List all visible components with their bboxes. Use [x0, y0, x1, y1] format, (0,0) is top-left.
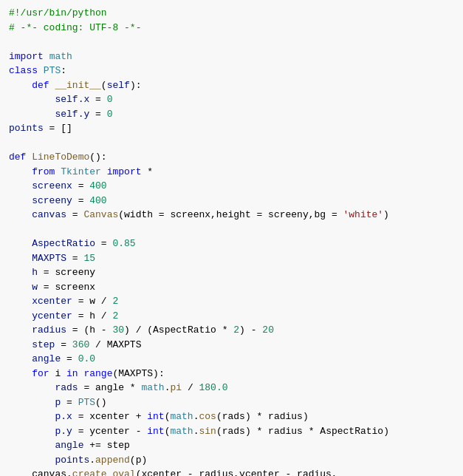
- code-line-19: h = screeny: [9, 265, 454, 280]
- code-line-3: [9, 35, 454, 50]
- code-line-30: p.y = ycenter - int(math.sin(rads) * rad…: [9, 424, 454, 439]
- code-line-9: points = []: [9, 121, 454, 136]
- code-line-14: screeny = 400: [9, 194, 454, 208]
- code-line-5: class PTS:: [9, 64, 454, 78]
- code-line-6: def __init__(self):: [9, 78, 454, 93]
- code-line-27: rads = angle * math.pi / 180.0: [9, 381, 454, 395]
- code-line-33: canvas.create_oval(xcenter - radius,ycen…: [9, 467, 454, 476]
- code-line-8: self.y = 0: [9, 107, 454, 122]
- code-line-11: def LineToDemo():: [9, 150, 454, 165]
- code-line-2: # -*- coding: UTF-8 -*-: [9, 21, 454, 35]
- code-line-22: ycenter = h / 2: [9, 309, 454, 324]
- code-line-23: radius = (h - 30) / (AspectRatio * 2) - …: [9, 323, 454, 338]
- code-line-25: angle = 0.0: [9, 352, 454, 367]
- code-line-18: MAXPTS = 15: [9, 251, 454, 266]
- code-line-1: #!/usr/bin/python: [9, 6, 454, 21]
- code-line-13: screenx = 400: [9, 179, 454, 194]
- code-line-31: angle += step: [9, 438, 454, 453]
- code-line-26: for i in range(MAXPTS):: [9, 367, 454, 381]
- code-line-21: xcenter = w / 2: [9, 294, 454, 309]
- code-line-10: [9, 136, 454, 151]
- code-editor: #!/usr/bin/python # -*- coding: UTF-8 -*…: [0, 0, 463, 476]
- code-line-16: [9, 222, 454, 237]
- code-line-32: points.append(p): [9, 453, 454, 468]
- code-line-17: AspectRatio = 0.85: [9, 237, 454, 251]
- code-line-29: p.x = xcenter + int(math.cos(rads) * rad…: [9, 409, 454, 424]
- code-line-28: p = PTS(): [9, 395, 454, 410]
- code-line-7: self.x = 0: [9, 92, 454, 107]
- code-line-12: from Tkinter import *: [9, 165, 454, 180]
- code-line-15: canvas = Canvas(width = screenx,height =…: [9, 208, 454, 222]
- code-line-24: step = 360 / MAXPTS: [9, 338, 454, 353]
- code-line-20: w = screenx: [9, 280, 454, 295]
- code-line-4: import math: [9, 50, 454, 64]
